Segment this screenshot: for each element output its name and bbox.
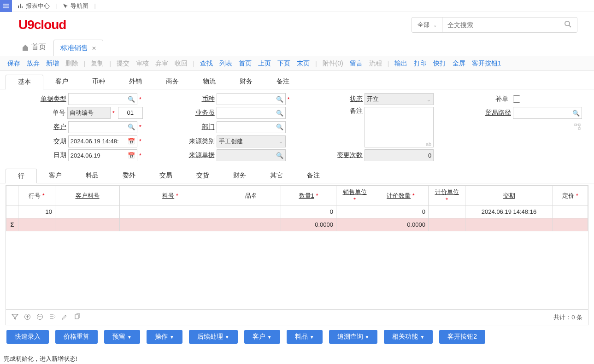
col-name[interactable]: 品名 <box>221 186 281 205</box>
search-icon[interactable] <box>559 20 577 30</box>
first-page-button[interactable]: 首页 <box>236 59 254 69</box>
recall-button[interactable]: 收回 <box>172 59 190 69</box>
custom-button-1[interactable]: 客开按钮1 <box>469 59 504 69</box>
cell-name[interactable] <box>221 205 281 218</box>
cell-sale-unit[interactable] <box>336 205 373 218</box>
nav-map-link[interactable]: 导航图 <box>57 2 94 10</box>
calendar-icon[interactable]: 📅 <box>128 152 135 159</box>
edit-icon[interactable] <box>61 313 68 322</box>
detailtab-trade[interactable]: 交易 <box>147 169 184 183</box>
submit-button[interactable]: 提交 <box>114 59 132 69</box>
formtab-business[interactable]: 商务 <box>154 75 191 89</box>
operate-button[interactable]: 操作▼ <box>147 330 182 344</box>
lookup-icon[interactable]: 🔍 <box>572 110 580 117</box>
lookup-icon[interactable]: 🔍 <box>276 96 283 103</box>
src-doc-input[interactable]: 🔍 <box>217 149 286 161</box>
prev-page-button[interactable]: 上页 <box>255 59 274 69</box>
related-button[interactable]: 相关功能▼ <box>384 330 433 344</box>
detailtab-remark[interactable]: 备注 <box>295 169 332 183</box>
reserve-button[interactable]: 预留▼ <box>104 330 140 344</box>
print-button[interactable]: 打印 <box>411 59 429 69</box>
salesman-input[interactable]: 🔍 <box>217 107 286 119</box>
customer-input[interactable]: 🔍 <box>68 121 137 133</box>
detailtab-customer[interactable]: 客户 <box>37 169 74 183</box>
quickprint-button[interactable]: 快打 <box>430 59 449 69</box>
detailtab-outsource[interactable]: 委外 <box>111 169 147 183</box>
unapprove-button[interactable]: 弃审 <box>153 59 171 69</box>
insert-row-icon[interactable] <box>49 313 56 322</box>
col-price-qty[interactable]: 计价数量 * <box>373 186 429 205</box>
detailtab-finance[interactable]: 财务 <box>221 169 258 183</box>
cell-price-unit[interactable] <box>429 205 465 218</box>
next-page-button[interactable]: 下页 <box>275 59 293 69</box>
formtab-basic[interactable]: 基本 <box>6 75 43 89</box>
delete-row-icon[interactable] <box>36 313 43 322</box>
msg-button[interactable]: 留言 <box>347 59 365 69</box>
col-price[interactable]: 定价 * <box>553 186 588 205</box>
chevron-down-icon[interactable]: ⌄ <box>278 138 283 145</box>
formtab-export[interactable]: 外销 <box>117 75 154 89</box>
detailtab-line[interactable]: 行 <box>6 169 37 183</box>
copy-button[interactable]: 复制 <box>88 59 106 69</box>
src-type-select[interactable]: 手工创建⌄ <box>217 135 286 147</box>
detailtab-delivery[interactable]: 交货 <box>184 169 221 183</box>
copy-icon[interactable] <box>74 313 81 322</box>
new-button[interactable]: 新增 <box>43 59 62 69</box>
doc-type-input[interactable]: 🔍 <box>68 93 137 105</box>
export-button[interactable]: 输出 <box>392 59 410 69</box>
tab-standard-sale[interactable]: 标准销售 ✕ <box>53 40 103 56</box>
tab-home[interactable]: 首页 <box>18 42 53 56</box>
col-selector[interactable] <box>6 186 18 205</box>
trade-route-tree-icon[interactable] <box>513 121 582 133</box>
deliver-input[interactable]: 2024.06.19 14:48:📅 <box>68 135 137 147</box>
col-sale-unit[interactable]: 销售单位* <box>336 186 373 205</box>
col-item[interactable]: 料号 * <box>120 186 221 205</box>
cell-qty1[interactable]: 0 <box>281 205 336 218</box>
remark-textarea[interactable]: ab <box>365 107 434 147</box>
calendar-icon[interactable]: 📅 <box>128 138 135 145</box>
approve-button[interactable]: 审核 <box>133 59 152 69</box>
search-input[interactable] <box>443 21 559 29</box>
cell-item[interactable] <box>120 205 221 218</box>
formtab-currency[interactable]: 币种 <box>80 75 117 89</box>
save-button[interactable]: 保存 <box>5 59 23 69</box>
last-page-button[interactable]: 末页 <box>294 59 312 69</box>
col-qty1[interactable]: 数量1 * <box>281 186 336 205</box>
formtab-finance[interactable]: 财务 <box>228 75 265 89</box>
lookup-icon[interactable]: 🔍 <box>128 123 135 130</box>
cell-price[interactable] <box>553 205 588 218</box>
fullscreen-button[interactable]: 全屏 <box>450 59 468 69</box>
delete-button[interactable]: 删除 <box>63 59 81 69</box>
item-button[interactable]: 料品▼ <box>287 330 323 344</box>
flow-button[interactable]: 流程 <box>366 59 385 69</box>
formtab-logistics[interactable]: 物流 <box>191 75 228 89</box>
detailtab-other[interactable]: 其它 <box>258 169 295 183</box>
filter-icon[interactable] <box>12 313 18 322</box>
add-row-icon[interactable] <box>24 313 31 322</box>
attach-button[interactable]: 附件(0) <box>320 59 346 69</box>
lookup-icon[interactable]: 🔍 <box>276 123 283 130</box>
col-deliver[interactable]: 交期 <box>465 186 553 205</box>
col-cust-item[interactable]: 客户料号 <box>55 186 120 205</box>
formtab-customer[interactable]: 客户 <box>43 75 80 89</box>
table-row[interactable]: 10 0 0 2024.06.19 14:48:16 <box>6 205 588 218</box>
lookup-icon[interactable]: 🔍 <box>276 152 283 159</box>
report-center-link[interactable]: 报表中心 <box>12 2 55 10</box>
trade-route-input[interactable]: 🔍 <box>513 107 582 119</box>
cell-rownum[interactable]: 10 <box>18 205 55 218</box>
custom-button-2[interactable]: 客开按钮2 <box>439 330 485 344</box>
quick-entry-button[interactable]: 快速录入 <box>6 330 49 344</box>
cell-price-qty[interactable]: 0 <box>373 205 429 218</box>
hamburger-menu[interactable] <box>0 0 12 12</box>
cell-cust-item[interactable] <box>55 205 120 218</box>
search-scope-select[interactable]: 全部 ⌄ <box>412 18 443 32</box>
trace-button[interactable]: 追溯查询▼ <box>329 330 378 344</box>
dept-input[interactable]: 🔍 <box>217 121 286 133</box>
supplement-checkbox[interactable] <box>513 95 520 103</box>
close-icon[interactable]: ✕ <box>92 45 96 52</box>
post-process-button[interactable]: 后续处理▼ <box>189 330 238 344</box>
lookup-icon[interactable]: 🔍 <box>276 110 283 117</box>
discard-button[interactable]: 放弃 <box>24 59 42 69</box>
col-price-unit[interactable]: 计价单位* <box>429 186 465 205</box>
lookup-icon[interactable]: 🔍 <box>128 96 135 103</box>
